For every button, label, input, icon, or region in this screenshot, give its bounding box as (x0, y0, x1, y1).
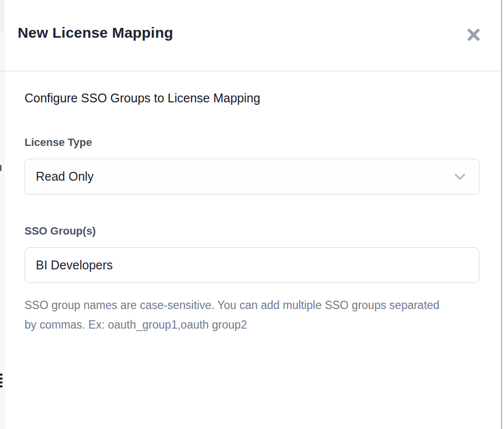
sso-groups-input[interactable] (25, 247, 479, 283)
form-heading: Configure SSO Groups to License Mapping (25, 71, 479, 105)
header-divider (0, 71, 501, 72)
dialog-header: New License Mapping (4, 0, 501, 71)
window-right-border (501, 0, 502, 429)
sso-groups-help-text: SSO group names are case-sensitive. You … (25, 283, 441, 334)
background-page-edge (0, 0, 4, 429)
background-element-fragment (0, 165, 1, 171)
background-list-icon-fragment (0, 374, 2, 389)
background-page-edge-top (0, 0, 4, 31)
screen: New License Mapping Configure SSO Groups… (0, 0, 504, 429)
close-icon (466, 27, 481, 43)
close-button[interactable] (464, 25, 483, 45)
license-type-selected-value: Read Only (36, 169, 94, 184)
chevron-down-icon (453, 169, 467, 184)
license-type-label: License Type (25, 136, 479, 148)
dialog-body: Configure SSO Groups to License Mapping … (4, 71, 501, 334)
dialog-title: New License Mapping (18, 0, 501, 41)
license-type-select[interactable]: Read Only (25, 159, 479, 194)
new-license-mapping-dialog: New License Mapping Configure SSO Groups… (4, 0, 501, 429)
sso-groups-label: SSO Group(s) (25, 225, 479, 237)
